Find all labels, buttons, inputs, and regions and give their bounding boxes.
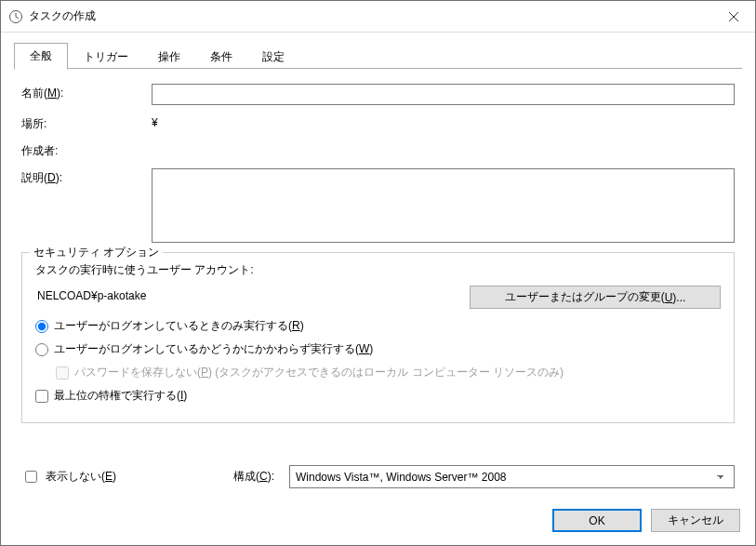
dialog-footer: OK キャンセル xyxy=(1,499,755,545)
checkbox-no-password-input xyxy=(56,366,69,380)
checkbox-hidden-input[interactable] xyxy=(25,471,37,483)
account-value: NELCOAD¥p-akotake xyxy=(35,286,462,308)
tab-conditions[interactable]: 条件 xyxy=(196,45,246,69)
tabpage-general: 名前(M): 場所: ¥ 作成者: 説明(D): セキュリティ オプション タス… xyxy=(1,69,755,459)
checkbox-hidden[interactable]: 表示しない(E) xyxy=(21,468,198,486)
radio-logged-on-or-not-input[interactable] xyxy=(35,343,48,356)
author-label: 作成者: xyxy=(21,141,152,159)
checkbox-no-password: パスワードを保存しない(P) (タスクがアクセスできるのはローカル コンピュータ… xyxy=(56,365,721,380)
tab-general[interactable]: 全般 xyxy=(14,43,68,70)
description-label: 説明(D): xyxy=(21,168,152,186)
checkbox-highest-priv-label: 最上位の特権で実行する(I) xyxy=(54,388,187,404)
name-input[interactable] xyxy=(152,84,735,105)
checkbox-no-password-label: パスワードを保存しない(P) (タスクがアクセスできるのはローカル コンピュータ… xyxy=(74,365,564,380)
radio-logged-on-or-not[interactable]: ユーザーがログオンしているかどうかにかかわらず実行する(W) xyxy=(35,341,721,357)
location-label: 場所: xyxy=(21,114,152,132)
location-value: ¥ xyxy=(152,114,158,129)
account-label: タスクの実行時に使うユーザー アカウント: xyxy=(35,262,721,278)
bottom-row: 表示しない(E) 構成(C): Windows Vista™, Windows … xyxy=(1,459,755,499)
titlebar: タスクの作成 xyxy=(1,1,755,33)
change-user-button[interactable]: ユーザーまたはグループの変更(U)... xyxy=(470,286,721,309)
ok-button[interactable]: OK xyxy=(552,509,642,532)
description-input[interactable] xyxy=(152,168,735,243)
radio-logged-on-only-label: ユーザーがログオンしているときのみ実行する(R) xyxy=(54,318,304,334)
window-title: タスクの作成 xyxy=(29,8,712,24)
close-icon xyxy=(729,12,738,21)
configure-for-label: 構成(C): xyxy=(207,469,274,485)
radio-logged-on-only-input[interactable] xyxy=(35,320,48,333)
create-task-window: タスクの作成 全般 トリガー 操作 条件 設定 名前(M): 場所: ¥ 作成者… xyxy=(0,0,756,546)
tab-actions[interactable]: 操作 xyxy=(144,45,194,69)
checkbox-hidden-label: 表示しない(E) xyxy=(46,469,116,485)
tab-triggers[interactable]: トリガー xyxy=(70,45,142,69)
clock-icon xyxy=(8,9,23,24)
security-legend: セキュリティ オプション xyxy=(30,245,163,260)
tab-settings[interactable]: 設定 xyxy=(248,45,298,69)
checkbox-highest-priv[interactable]: 最上位の特権で実行する(I) xyxy=(35,388,721,404)
checkbox-highest-priv-input[interactable] xyxy=(35,390,48,403)
radio-logged-on-or-not-label: ユーザーがログオンしているかどうかにかかわらず実行する(W) xyxy=(54,341,373,357)
radio-logged-on-only[interactable]: ユーザーがログオンしているときのみ実行する(R) xyxy=(35,318,721,334)
close-button[interactable] xyxy=(712,1,755,32)
name-label: 名前(M): xyxy=(21,84,152,101)
configure-for-select[interactable]: Windows Vista™, Windows Server™ 2008 xyxy=(289,465,735,488)
security-groupbox: セキュリティ オプション タスクの実行時に使うユーザー アカウント: NELCO… xyxy=(21,252,735,423)
cancel-button[interactable]: キャンセル xyxy=(651,509,740,532)
tab-bar: 全般 トリガー 操作 条件 設定 xyxy=(14,44,742,69)
